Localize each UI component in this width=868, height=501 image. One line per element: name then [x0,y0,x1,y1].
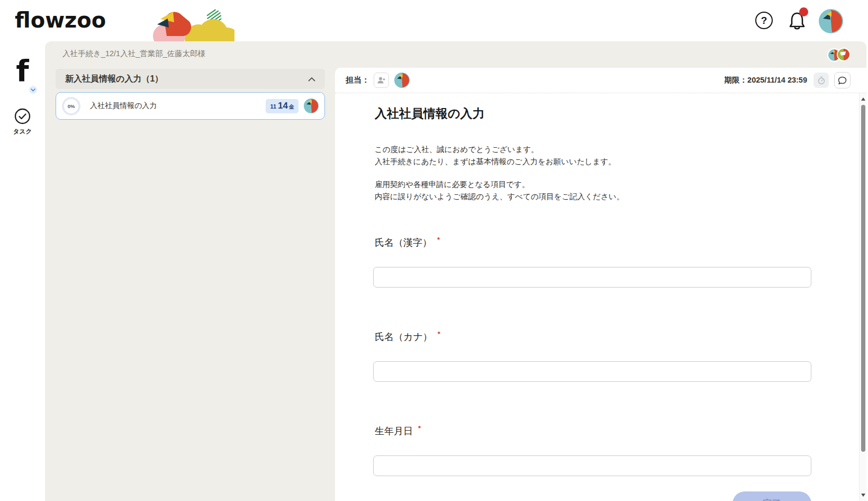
sidebar-item-tasks[interactable]: タスク [0,108,45,136]
field-label: 氏名（漢字） [375,237,432,248]
participant-avatar-green[interactable] [837,48,851,61]
task-detail-panel: 担当： 期限：2025/11/14 23:59 [335,68,866,501]
field-label-row: 氏名（漢字）* [375,236,440,249]
assignee-avatar [304,99,319,113]
task-group-title: 新入社員情報の入力（1） [65,74,163,85]
due-weekday: 金 [289,103,294,111]
form-title: 入社社員情報の入力 [375,105,485,122]
breadcrumb: 入社手続き_12/1入社_営業部_佐藤太郎様 [62,49,205,59]
progress-ring: 0% [62,97,80,115]
submit-button[interactable]: 完了 [733,491,811,501]
side-rail: f タスク [0,41,45,501]
deadline-text: 期限：2025/11/14 23:59 [725,75,807,85]
task-list-panel: 新入社員情報の入力（1） 0% 入社社員情報の入力 11 14 金 [56,69,325,120]
decorative-illustration [150,5,234,41]
timer-button[interactable] [813,73,829,88]
chevron-up-icon[interactable] [308,77,315,82]
required-asterisk: * [438,330,440,338]
scroll-up-arrow[interactable] [861,97,865,101]
help-button[interactable]: ? [755,12,773,29]
form-body: 入社社員情報の入力 この度はご入社、誠におめでとうございます。 入社手続きにあた… [335,93,859,501]
due-day: 14 [278,101,288,111]
assignee-avatar[interactable] [394,73,410,88]
progress-percentage: 0% [68,103,75,109]
person-add-icon [377,76,386,84]
top-header: flowzoo ? [0,0,868,41]
field-input[interactable] [373,455,811,476]
field-label-row: 生年月日* [375,424,421,437]
submit-label: 完了 [763,497,781,501]
notification-badge [799,7,808,16]
task-group-header[interactable]: 新入社員情報の入力（1） [56,69,325,89]
flowzoo-logo[interactable]: flowzoo [15,8,106,32]
workspace: 入社手続き_12/1入社_営業部_佐藤太郎様 新入社員情報の入力（1） 0% 入… [45,41,866,501]
task-card[interactable]: 0% 入社社員情報の入力 11 14 金 [56,92,325,120]
task-card-title: 入社社員情報の入力 [90,101,157,111]
stopwatch-icon [817,76,826,85]
due-month: 11 [270,103,276,110]
task-detail-header: 担当： 期限：2025/11/14 23:59 [335,68,866,93]
field-input[interactable] [373,267,811,288]
intro-text: 入社手続きにあたり、まずは基本情報のご入力をお願いいたします。 [375,157,616,167]
field-label-row: 氏名（カナ）* [375,330,440,343]
scrollbar[interactable] [859,93,866,501]
due-date-badge: 11 14 金 [266,99,299,113]
field-input[interactable] [373,361,811,382]
scroll-down-arrow[interactable] [861,494,865,497]
scrollbar-thumb[interactable] [861,105,865,452]
intro-text: 雇用契約や各種申請に必要となる項目です。 [375,180,529,190]
required-asterisk: * [437,236,440,244]
check-circle-icon [14,108,31,124]
field-label: 生年月日 [375,426,413,436]
add-assignee-button[interactable] [374,73,389,88]
assignee-label: 担当： [346,75,369,85]
intro-text: この度はご入社、誠におめでとうございます。 [375,145,539,155]
chevron-down-icon[interactable] [29,86,37,94]
required-asterisk: * [418,424,421,432]
comment-button[interactable] [834,72,851,88]
speech-bubble-icon [838,76,847,85]
user-avatar[interactable] [819,9,843,33]
sidebar-item-tasks-label: タスク [0,128,45,136]
flowzoo-mark-icon[interactable]: f [0,57,45,85]
intro-text: 内容に誤りがないようご確認のうえ、すべての項目をご記入ください。 [375,192,624,202]
help-question-mark: ? [761,15,767,26]
field-label: 氏名（カナ） [375,332,432,342]
